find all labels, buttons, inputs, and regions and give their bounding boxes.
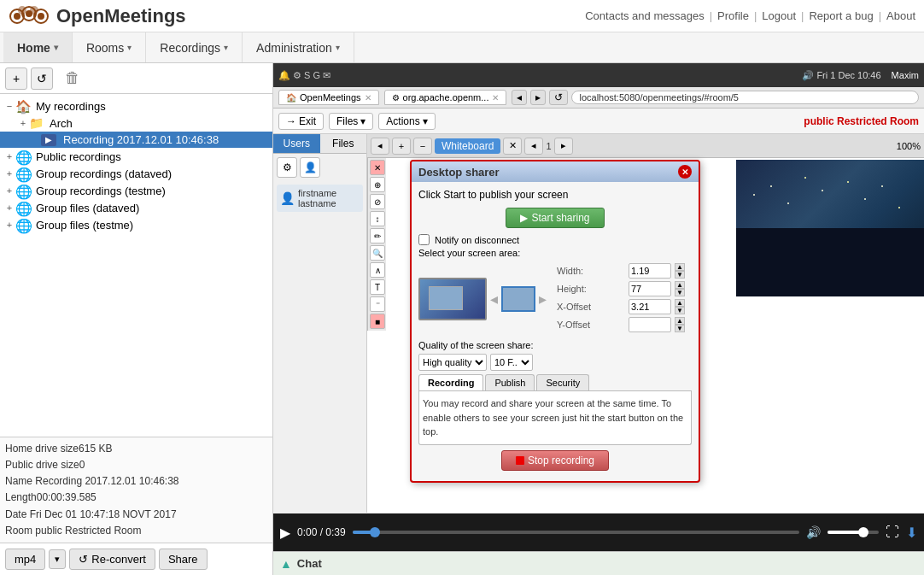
exit-button[interactable]: → Exit [278,113,324,130]
wb-plus-btn[interactable]: + [392,138,411,155]
room-icon-btn-2[interactable]: 👤 [300,157,320,178]
globe-icon-files-dataved: 🌐 [15,201,32,214]
ds-yoffset-down[interactable]: ▼ [675,325,685,332]
volume-icon[interactable]: 🔊 [806,525,821,539]
room-icon-btn-1[interactable]: ⚙ [277,157,297,178]
tool-btn-6[interactable]: 🔍 [370,245,385,261]
report-bug-link[interactable]: Report a bug [809,9,873,22]
file-tree: − 🏠 My recordings + 📁 Arch ▶ Recording 2… [0,94,272,437]
play-button[interactable]: ▶ [280,525,290,541]
ds-xoffset-up[interactable]: ▲ [675,299,685,307]
ds-notify-checkbox[interactable] [418,234,430,245]
progress-thumb[interactable] [370,527,380,537]
refresh-button[interactable]: ↺ [31,67,53,90]
tool-btn-8[interactable]: T [370,279,385,295]
ds-start-button[interactable]: ▶ Start sharing [506,208,604,228]
room-files-button[interactable]: Files [320,134,367,153]
tree-item-arch[interactable]: + 📁 Arch [0,114,272,132]
download-button[interactable]: ⬇ [906,525,917,541]
files-button[interactable]: Files ▾ [329,113,373,130]
tool-btn-9[interactable]: ⁻ [370,296,385,312]
ds-tab-recording[interactable]: Recording [418,374,483,390]
browser-forward[interactable]: ▸ [530,90,546,105]
nav-recordings[interactable]: Recordings ▾ [146,32,243,62]
ds-stop-button[interactable]: Stop recording [501,450,609,471]
tree-item-group-files-dataved[interactable]: + 🌐 Group files (dataved) [0,199,272,216]
add-recording-button[interactable]: + [5,67,27,90]
room-users-button[interactable]: Users [273,134,320,153]
ds-tab-security[interactable]: Security [536,374,589,390]
recording-info: Home drive size615 KB Public drive size0… [0,437,272,543]
nav-rooms[interactable]: Rooms ▾ [73,32,146,62]
tree-label-arch: Arch [50,117,73,130]
ds-yoffset-input[interactable] [629,317,671,332]
tool-btn-7[interactable]: ∧ [370,262,385,278]
ds-tab-publish[interactable]: Publish [485,374,535,390]
ds-height-down[interactable]: ▼ [675,289,685,296]
ds-xoffset-down[interactable]: ▼ [675,307,685,314]
tree-item-group-testme[interactable]: + 🌐 Group recordings (testme) [0,182,272,199]
chat-toggle-icon: ▲ [280,557,292,571]
user-entry: 👤 firstname lastname [277,185,363,212]
wb-page-indicator: 1 [546,141,551,151]
tab1-close[interactable]: ✕ [365,93,371,103]
browser-tab-2[interactable]: ⚙ org.apache.openm... ✕ [384,90,507,105]
ds-fps-select[interactable]: 10 F... [490,354,533,371]
tool-btn-3[interactable]: ⊘ [370,194,385,209]
logout-link[interactable]: Logout [762,9,796,22]
room-type-label: public Restricted Room [804,115,919,127]
recording-length: Length00:00:39.585 [5,490,267,506]
contacts-link[interactable]: Contacts and messages [585,9,704,22]
ds-height-up[interactable]: ▲ [675,281,685,289]
tab2-close[interactable]: ✕ [492,93,499,103]
tree-item-public-recordings[interactable]: + 🌐 Public recordings [0,148,272,165]
progress-bar[interactable] [353,531,799,534]
ds-width-up[interactable]: ▲ [675,263,685,271]
ds-quality-select[interactable]: High quality [418,354,487,371]
share-button[interactable]: Share [159,549,208,570]
city-light-8 [881,185,883,187]
actions-arrow: ▾ [423,115,428,127]
browser-back[interactable]: ◂ [512,90,527,105]
volume-thumb[interactable] [858,527,868,537]
wb-tab-whiteboard[interactable]: Whiteboard [435,138,500,154]
wb-close-tab[interactable]: ✕ [503,138,522,155]
mp4-dropdown-button[interactable]: ▾ [49,549,66,569]
tool-btn-1[interactable]: ✕ [370,160,385,175]
ds-quality-label: Quality of the screen share: [418,340,534,350]
tree-item-group-files-testme[interactable]: + 🌐 Group files (testme) [0,216,272,233]
tool-btn-2[interactable]: ⊕ [370,177,385,192]
wb-left-arrow[interactable]: ◂ [371,138,389,155]
nav-home[interactable]: Home ▾ [3,32,73,62]
browser-tab-1[interactable]: 🏠 OpenMeetings ✕ [278,90,379,105]
profile-link[interactable]: Profile [717,9,749,22]
about-link[interactable]: About [886,9,915,22]
nav-administration[interactable]: Administration ▾ [243,32,354,62]
topbar-datetime: 🔊 Fri 1 Dec 10:46 [802,70,880,81]
reconvert-button[interactable]: ↺ Re-convert [69,549,155,570]
ds-width-down[interactable]: ▼ [675,271,685,279]
actions-button[interactable]: Actions ▾ [378,113,435,130]
mp4-button[interactable]: mp4 [5,549,45,570]
ds-yoffset-stepper: ▲ ▼ [675,317,685,332]
fullscreen-button[interactable]: ⛶ [886,525,899,540]
tool-btn-10[interactable]: ■ [370,314,385,329]
wb-minus-btn[interactable]: − [413,138,432,155]
tree-label-recording-1: Recording 2017.12.01 10:46:38 [63,133,219,146]
tool-btn-5[interactable]: ✏ [370,228,385,243]
ds-xoffset-input[interactable] [629,299,671,314]
wb-prev-page[interactable]: ◂ [524,138,543,155]
chat-bar[interactable]: ▲ Chat [273,551,924,575]
browser-refresh[interactable]: ↺ [549,90,568,105]
ds-width-input[interactable] [629,263,671,279]
ds-yoffset-up[interactable]: ▲ [675,317,685,325]
volume-bar[interactable] [828,531,879,534]
url-bar[interactable]: localhost:5080/openmeetings/#room/5 [571,91,919,104]
tree-item-my-recordings[interactable]: − 🏠 My recordings [0,97,272,114]
ds-close-button[interactable]: ✕ [678,165,692,179]
ds-height-input[interactable] [629,281,671,296]
tool-btn-4[interactable]: ↕ [370,211,385,226]
tree-item-recording-1[interactable]: ▶ Recording 2017.12.01 10:46:38 [0,132,272,148]
wb-next-page[interactable]: ▸ [554,138,573,155]
tree-item-group-dataved[interactable]: + 🌐 Group recordings (dataved) [0,165,272,182]
